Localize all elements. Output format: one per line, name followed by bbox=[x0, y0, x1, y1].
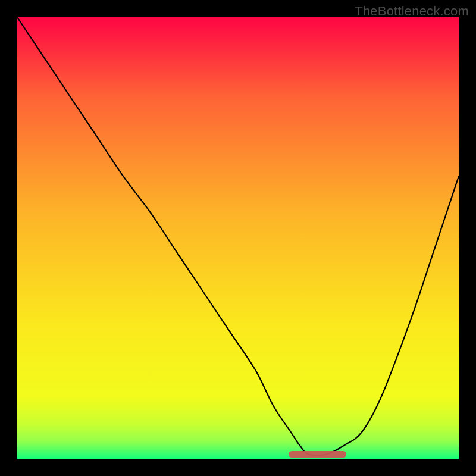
plot-area bbox=[17, 17, 459, 459]
chart-frame: TheBottleneck.com bbox=[0, 0, 476, 476]
optimal-range-marker bbox=[289, 451, 346, 458]
watermark-text: TheBottleneck.com bbox=[355, 4, 469, 19]
chart-svg bbox=[17, 17, 459, 459]
gradient-background bbox=[17, 17, 459, 459]
